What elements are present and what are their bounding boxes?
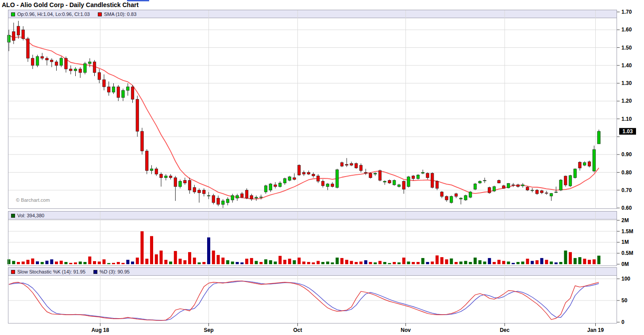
svg-text:1.03: 1.03 xyxy=(622,128,633,135)
svg-text:1.60: 1.60 xyxy=(621,27,632,33)
volume-bars xyxy=(8,231,601,264)
svg-text:Dec: Dec xyxy=(500,327,509,333)
horizontal-gridlines xyxy=(8,30,617,300)
svg-text:0.5M: 0.5M xyxy=(621,250,633,256)
legend-strips xyxy=(8,10,617,276)
last-price-badge: 1.03 xyxy=(619,128,636,135)
svg-text:1.70: 1.70 xyxy=(621,9,632,15)
svg-text:Jan 19: Jan 19 xyxy=(587,327,604,333)
date-axis: Aug 18SepOctNovDecJan 19 xyxy=(91,323,604,333)
month-gridlines xyxy=(100,10,595,323)
svg-text:0.80: 0.80 xyxy=(621,169,632,176)
candlesticks xyxy=(8,21,600,208)
svg-text:Sep: Sep xyxy=(204,327,213,333)
svg-text:100: 100 xyxy=(621,276,630,282)
svg-text:0.90: 0.90 xyxy=(621,151,632,158)
stochastic-axis: 100500 xyxy=(617,276,630,325)
svg-text:1.10: 1.10 xyxy=(621,116,632,122)
svg-text:2M: 2M xyxy=(621,217,629,223)
chart-canvas: 1.701.601.501.401.301.201.100.900.800.70… xyxy=(0,0,644,335)
svg-text:Aug 18: Aug 18 xyxy=(91,327,109,333)
svg-text:50: 50 xyxy=(621,297,628,304)
svg-text:0M: 0M xyxy=(621,261,629,267)
svg-text:1.50: 1.50 xyxy=(621,45,632,51)
price-axis: 1.701.601.501.401.301.201.100.900.800.70… xyxy=(617,9,632,211)
copyright-watermark: © Barchart.com xyxy=(16,197,50,203)
svg-text:Nov: Nov xyxy=(401,327,411,333)
svg-text:1.30: 1.30 xyxy=(621,80,632,86)
svg-text:1.5M: 1.5M xyxy=(621,228,633,235)
svg-text:0.60: 0.60 xyxy=(621,205,632,211)
svg-text:1.40: 1.40 xyxy=(621,62,632,69)
volume-axis: 2M1.5M1M0.5M0M xyxy=(617,217,633,267)
svg-text:0.70: 0.70 xyxy=(621,187,632,193)
svg-text:1.20: 1.20 xyxy=(621,98,632,104)
barchart-daily-chart: ALO - Alio Gold Corp - Daily Candlestick… xyxy=(0,0,644,335)
svg-text:0: 0 xyxy=(621,319,625,325)
panel-borders xyxy=(8,10,617,323)
svg-text:1M: 1M xyxy=(621,239,629,245)
svg-text:Oct: Oct xyxy=(293,327,302,333)
